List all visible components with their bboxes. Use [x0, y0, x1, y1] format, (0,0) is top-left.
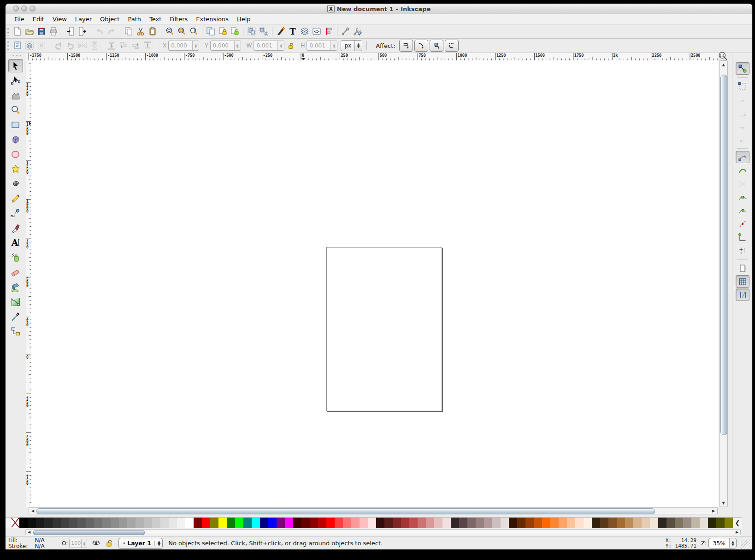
swatch-ff4040[interactable] [335, 518, 343, 528]
swatch-262626[interactable] [44, 518, 53, 528]
swatch-660000[interactable] [301, 518, 310, 528]
zoom-drawing-button[interactable] [176, 25, 188, 37]
snap-nodes-button[interactable] [736, 151, 749, 163]
menu-layer[interactable]: Layer [71, 15, 96, 24]
swatch-008000[interactable] [227, 518, 235, 528]
pencil-tool-button[interactable] [8, 192, 23, 205]
swatch-400000[interactable] [293, 518, 301, 528]
selector-tool-button[interactable] [8, 59, 23, 72]
menu-path[interactable]: Path [124, 15, 145, 24]
swatch-bf8c59[interactable] [625, 518, 633, 528]
palette-scrollbar-thumb[interactable] [33, 530, 145, 535]
layers-dialog-button[interactable] [299, 25, 311, 37]
connector-tool-button[interactable] [8, 324, 23, 338]
preferences-button[interactable] [340, 25, 352, 37]
copy-button[interactable] [123, 25, 135, 37]
swatch-e6ccb3[interactable] [642, 518, 650, 528]
swatch-cccccc[interactable] [152, 518, 160, 528]
horizontal-scrollbar-thumb[interactable] [36, 508, 655, 514]
scroll-right-arrow[interactable]: ▶ [711, 508, 716, 514]
swatch-ff0000[interactable] [326, 518, 335, 528]
swatch-a66b33[interactable] [617, 518, 625, 528]
tweak-tool-button[interactable] [8, 88, 23, 102]
align-dialog-button[interactable] [323, 25, 335, 37]
snap-guides-button[interactable] [736, 289, 749, 301]
rectangle-tool-button[interactable] [8, 118, 23, 131]
menu-object[interactable]: Object [96, 15, 124, 24]
scroll-left-arrow[interactable]: ◀ [30, 508, 35, 514]
zoom-selection-button[interactable] [164, 25, 176, 37]
bezier-tool-button[interactable] [8, 206, 23, 220]
swatch-33210d[interactable] [592, 518, 600, 528]
menu-view[interactable]: View [48, 15, 71, 24]
unlink-clone-button[interactable] [229, 25, 241, 37]
swatch-2b2620[interactable] [658, 518, 667, 528]
swatch-333333[interactable] [53, 518, 61, 528]
swatch-800000[interactable] [194, 518, 202, 528]
h-field[interactable]: 0.001▲▼ [307, 41, 337, 51]
swatch-ffc299[interactable] [567, 518, 575, 528]
swatch-998c80[interactable] [683, 518, 691, 528]
swatch-ffa366[interactable] [559, 518, 567, 528]
swatch-662900[interactable] [517, 518, 525, 528]
h-spinner[interactable]: ▲▼ [330, 41, 337, 50]
swatch-ccbfbf[interactable] [492, 518, 501, 528]
swatch-806666[interactable] [467, 518, 476, 528]
swatch-fff0e5[interactable] [584, 518, 592, 528]
palette-scroll-right-arrow[interactable]: ▶ [735, 530, 739, 535]
swatch-f2f2f2[interactable] [177, 518, 185, 528]
toolbox-grip[interactable] [11, 55, 21, 56]
swatch-808000[interactable] [725, 518, 733, 528]
gradient-tool-button[interactable] [8, 295, 23, 308]
swatch-d99999[interactable] [426, 518, 434, 528]
affect-corners-toggle[interactable] [414, 40, 428, 52]
palette-scroll-left-arrow[interactable]: ◀ [27, 530, 31, 535]
swatch-000000[interactable] [19, 518, 28, 528]
swatch-262600[interactable] [708, 518, 716, 528]
menu-text[interactable]: Text [145, 15, 165, 24]
swatch-f2e0e0[interactable] [442, 518, 451, 528]
swatch-f2e6d9[interactable] [650, 518, 658, 528]
swatch-332626[interactable] [451, 518, 459, 528]
snap-object-centers-button[interactable] [736, 231, 749, 243]
swatch-d9b38c[interactable] [633, 518, 642, 528]
zoom-field[interactable]: 35% ▲▼ [708, 538, 737, 548]
open-document-button[interactable] [24, 25, 35, 37]
fill-stroke-indicator[interactable]: Fill: N/A Stroke: N/A [8, 537, 49, 549]
swatch-999999[interactable] [119, 518, 127, 528]
spray-tool-button[interactable] [8, 251, 23, 264]
new-document-button[interactable] [12, 25, 24, 37]
snap-rotation-centers-button[interactable] [736, 244, 749, 257]
toolbar-grip[interactable] [7, 41, 9, 50]
swatch-ff8533[interactable] [550, 518, 559, 528]
swatch-595959[interactable] [77, 518, 86, 528]
swatch-e6bfbf[interactable] [434, 518, 442, 528]
paste-button[interactable] [147, 25, 159, 37]
spiral-tool-button[interactable] [8, 177, 23, 190]
swatch-e6e6e6[interactable] [169, 518, 177, 528]
swatch-a6a6a6[interactable] [127, 518, 136, 528]
swatch-59391a[interactable] [600, 518, 608, 528]
opacity-spinner[interactable]: ▲▼ [81, 539, 87, 548]
swatch-bf0000[interactable] [318, 518, 326, 528]
swatch-805226[interactable] [608, 518, 617, 528]
vertical-scrollbar[interactable]: ▲ ▼ [719, 60, 728, 507]
swatch-008080[interactable] [243, 518, 252, 528]
ungroup-button[interactable] [258, 25, 270, 37]
calligraphy-tool-button[interactable] [8, 221, 23, 235]
layer-lock-toggle[interactable] [105, 539, 114, 547]
swatch-8c8c8c[interactable] [111, 518, 119, 528]
swatch-404040[interactable] [61, 518, 69, 528]
dropper-tool-button[interactable] [8, 310, 23, 323]
y-field[interactable]: 0.000▲▼ [210, 41, 241, 51]
resize-grip[interactable] [741, 540, 750, 549]
swatch-4d4d00[interactable] [716, 518, 725, 528]
swatch-993d00[interactable] [525, 518, 534, 528]
swatch-0000ff[interactable] [268, 518, 277, 528]
horizontal-scrollbar[interactable]: ◀ ▶ [29, 507, 718, 514]
paint-bucket-tool-button[interactable] [8, 280, 23, 294]
swatch-800080[interactable] [277, 518, 285, 528]
w-field[interactable]: 0.001▲▼ [254, 41, 284, 51]
swatch-ff0000[interactable] [202, 518, 210, 528]
canvas[interactable] [31, 60, 719, 507]
